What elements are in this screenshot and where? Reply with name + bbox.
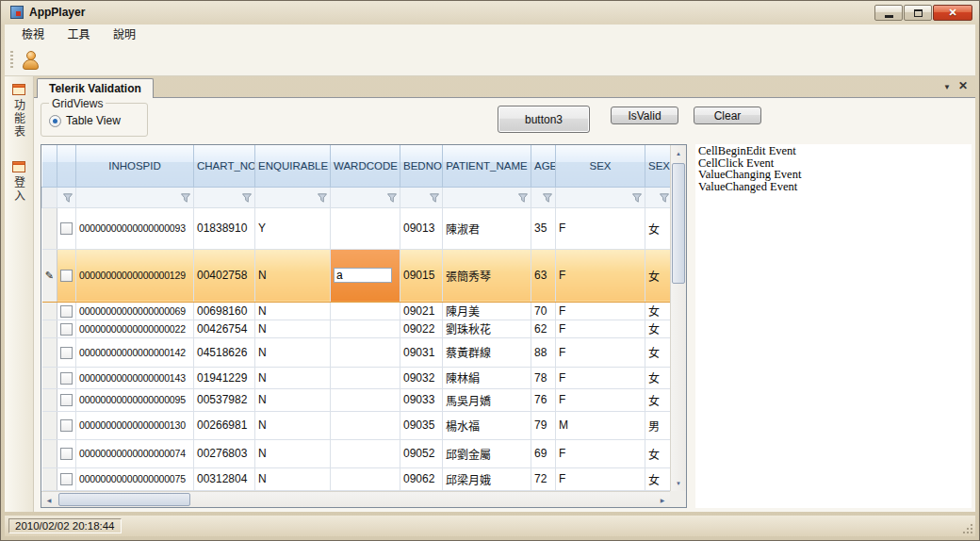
cell-enquirable[interactable]: N (255, 320, 331, 337)
cell-patient_name[interactable]: 馬吳月嬌 (443, 388, 531, 411)
cell-wardcode[interactable] (331, 388, 400, 411)
horizontal-scroll-thumb[interactable] (58, 493, 190, 506)
filter-cell[interactable] (531, 187, 556, 207)
menu-tools[interactable]: 工具 (57, 25, 99, 45)
cell-sex[interactable]: F (556, 467, 645, 490)
tab-telerik-validation[interactable]: Telerik Validation (37, 78, 154, 98)
cell-sex2[interactable]: 女 (645, 388, 671, 411)
filter-cell[interactable] (556, 187, 645, 207)
row-checkbox[interactable] (60, 394, 73, 406)
column-header-bedno[interactable]: BEDNO (400, 145, 443, 187)
table-row[interactable]: 0000000000000000009500537982N09033馬吳月嬌76… (42, 388, 671, 411)
cell-sex[interactable]: F (556, 439, 645, 467)
table-row[interactable]: 0000000000000000006900698160N09021陳月美70F… (42, 302, 671, 320)
cell-age[interactable]: 78 (531, 367, 556, 388)
cell-chart_no[interactable]: 00276803 (194, 439, 255, 467)
cell-bedno[interactable]: 09062 (400, 467, 443, 490)
cell-age[interactable]: 69 (531, 439, 556, 467)
cell-sex2[interactable]: 女 (645, 337, 671, 367)
cell-enquirable[interactable]: N (255, 467, 331, 490)
cell-patient_name[interactable]: 楊水福 (443, 411, 531, 439)
cell-sex2[interactable]: 女 (645, 249, 671, 302)
cell-chart_no[interactable]: 00698160 (194, 302, 255, 320)
resize-grip[interactable] (961, 522, 972, 533)
cell-sex2[interactable]: 女 (645, 467, 671, 490)
column-header-wardcode[interactable]: WARDCODE (331, 145, 400, 187)
cell-sex2[interactable]: 女 (645, 320, 671, 337)
cell-wardcode[interactable] (331, 367, 400, 388)
isvalid-button[interactable]: IsValid (611, 107, 678, 124)
cell-inhospid[interactable]: 00000000000000000069 (76, 302, 194, 320)
row-checkbox[interactable] (60, 372, 73, 385)
cell-wardcode[interactable] (331, 249, 400, 302)
column-header-inhospid[interactable]: INHOSPID (76, 145, 194, 187)
close-button[interactable]: ✕ (933, 5, 972, 21)
cell-chart_no[interactable]: 00266981 (194, 411, 255, 439)
cell-wardcode[interactable] (331, 411, 400, 439)
filter-cell[interactable] (194, 187, 255, 207)
table-row[interactable]: 0000000000000000002200426754N09022劉珠秋花62… (42, 320, 671, 337)
cell-wardcode[interactable] (331, 337, 400, 367)
radio-selected-icon[interactable] (49, 115, 61, 127)
tab-dropdown-icon[interactable]: ▼ (943, 83, 951, 91)
cell-wardcode[interactable] (331, 467, 400, 490)
cell-patient_name[interactable]: 陳淑君 (443, 207, 531, 249)
column-header-age[interactable]: AGE (531, 145, 556, 187)
cell-bedno[interactable]: 09033 (400, 388, 443, 411)
filter-icon[interactable] (543, 189, 552, 206)
cell-patient_name[interactable]: 邱梁月娥 (443, 467, 531, 490)
cell-enquirable[interactable]: N (255, 302, 331, 320)
filter-icon[interactable] (632, 189, 642, 206)
table-row[interactable]: 0000000000000000013000266981N09035楊水福79M… (42, 411, 671, 439)
button3[interactable]: button3 (498, 106, 590, 133)
filter-icon[interactable] (430, 189, 439, 206)
cell-patient_name[interactable]: 邱劉金屬 (443, 439, 531, 467)
cell-inhospid[interactable]: 00000000000000000130 (76, 411, 194, 439)
filter-cell[interactable] (255, 187, 331, 207)
cell-inhospid[interactable]: 00000000000000000093 (76, 207, 194, 249)
cell-enquirable[interactable]: N (255, 411, 331, 439)
table-row[interactable]: ✎0000000000000000012900402758N09015張簡秀琴6… (42, 249, 671, 302)
cell-wardcode[interactable] (331, 207, 400, 249)
cell-chart_no[interactable]: 04518626 (194, 337, 255, 367)
cell-chart_no[interactable]: 00402758 (194, 249, 255, 302)
cell-sex[interactable]: F (556, 249, 645, 302)
filter-icon[interactable] (387, 189, 397, 206)
tab-close-icon[interactable]: ✕ (958, 79, 968, 92)
cell-chart_no[interactable]: 00312804 (194, 467, 255, 490)
cell-inhospid[interactable]: 00000000000000000075 (76, 467, 194, 490)
cell-enquirable[interactable]: N (255, 367, 331, 388)
table-row[interactable]: 0000000000000000009301838910Y09013陳淑君35F… (42, 207, 671, 249)
filter-icon[interactable] (63, 189, 73, 206)
cell-sex[interactable]: F (556, 367, 645, 388)
cell-age[interactable]: 62 (531, 320, 556, 337)
scroll-left-icon[interactable]: ◀ (41, 492, 57, 507)
table-view-option[interactable]: Table View (49, 114, 121, 127)
maximize-button[interactable] (904, 5, 932, 21)
cell-sex2[interactable]: 女 (645, 439, 671, 467)
filter-cell[interactable] (57, 187, 76, 207)
cell-patient_name[interactable]: 陳林絹 (443, 367, 531, 388)
minimize-button[interactable] (874, 5, 903, 21)
cell-sex[interactable]: F (556, 337, 645, 367)
row-checkbox[interactable] (60, 419, 73, 432)
table-row[interactable]: 0000000000000000007400276803N09052邱劉金屬69… (42, 439, 671, 467)
cell-inhospid[interactable]: 00000000000000000074 (76, 439, 194, 467)
cell-patient_name[interactable]: 劉珠秋花 (443, 320, 531, 337)
wardcode-editor[interactable] (334, 268, 392, 283)
scroll-down-icon[interactable]: ▼ (671, 475, 686, 491)
row-checkbox[interactable] (60, 222, 73, 235)
cell-sex2[interactable]: 女 (645, 207, 671, 249)
cell-chart_no[interactable]: 00537982 (194, 388, 255, 411)
cell-patient_name[interactable]: 蔡黃群線 (443, 337, 531, 367)
horizontal-scrollbar[interactable]: ◀ ▶ (41, 491, 670, 507)
cell-bedno[interactable]: 09031 (400, 337, 443, 367)
cell-sex[interactable]: F (556, 302, 645, 320)
cell-sex[interactable]: M (556, 411, 645, 439)
row-checkbox[interactable] (60, 448, 73, 460)
filter-icon[interactable] (242, 189, 252, 206)
cell-enquirable[interactable]: N (255, 249, 331, 302)
cell-wardcode[interactable] (331, 439, 400, 467)
column-header-sex[interactable]: SEX (556, 145, 645, 187)
table-row[interactable]: 0000000000000000014204518626N09031蔡黃群線88… (42, 337, 671, 367)
